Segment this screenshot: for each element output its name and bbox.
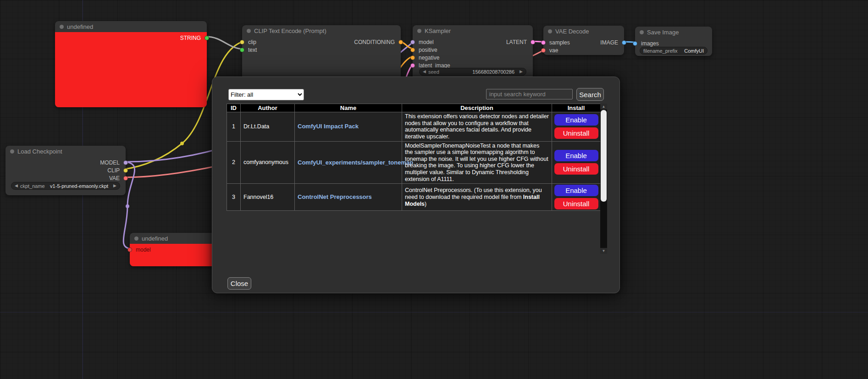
image-output-port[interactable] [622, 40, 626, 45]
clip-output-port[interactable] [123, 168, 128, 173]
scroll-down-icon[interactable]: ▼ [600, 248, 607, 254]
row-author: Dr.Lt.Data [241, 112, 295, 142]
string-output-port[interactable] [205, 36, 209, 40]
column-header-name: Name [295, 104, 402, 112]
input-text-label: text [248, 47, 257, 53]
model-output-port[interactable] [123, 160, 128, 165]
input-clip-label: clip [248, 39, 256, 45]
column-header-author: Author [241, 104, 295, 112]
column-header-install: Install [552, 104, 601, 112]
node-vae-decode-header[interactable]: VAE Decode [543, 26, 624, 37]
input-samples-label: samples [549, 39, 570, 46]
decrement-arrow-icon[interactable]: ◀ [423, 70, 426, 74]
close-button[interactable]: Close [227, 277, 251, 290]
images-input-port[interactable] [633, 41, 637, 46]
latent-image-input-port[interactable] [410, 63, 415, 68]
ckpt-name-label: ckpt_name [20, 183, 45, 189]
output-model-label: MODEL [100, 159, 120, 166]
input-negative-label: negative [419, 55, 439, 61]
output-conditioning-label: CONDITIONING [354, 39, 395, 45]
scrollbar-thumb[interactable] [601, 110, 607, 202]
collapse-dot-icon[interactable] [10, 149, 14, 154]
node-title: Save Image [647, 29, 679, 36]
model-input-port[interactable] [127, 247, 132, 252]
row-id: 1 [227, 112, 241, 142]
input-model-label: model [136, 247, 151, 253]
node-save-image-header[interactable]: Save Image [635, 27, 712, 38]
enable-button[interactable]: Enable [554, 185, 598, 196]
collapse-dot-icon[interactable] [247, 29, 251, 33]
node-title: KSampler [425, 27, 451, 34]
collapse-dot-icon[interactable] [640, 30, 644, 34]
increment-arrow-icon[interactable]: ▶ [520, 70, 523, 74]
column-header-description: Description [402, 104, 552, 112]
increment-arrow-icon[interactable]: ▶ [113, 184, 116, 188]
enable-button[interactable]: Enable [554, 114, 598, 126]
extensions-table: ID Author Name Description Install 1 Dr.… [227, 104, 601, 211]
install-custom-nodes-dialog: Filter: all Search ID Author Name Descri… [212, 77, 620, 293]
node-title: undefined [67, 23, 93, 30]
uninstall-button[interactable]: Uninstall [554, 127, 598, 139]
conditioning-output-port[interactable] [398, 40, 403, 44]
input-model-label: model [419, 39, 434, 45]
vae-output-port[interactable] [123, 176, 128, 181]
clip-link-midpoint-dot [180, 142, 184, 145]
node-load-checkpoint-header[interactable]: Load Checkpoint [6, 146, 126, 157]
search-button[interactable]: Search [576, 88, 604, 101]
node-title: Load Checkpoint [17, 148, 62, 155]
node-ksampler-header[interactable]: KSampler [413, 25, 533, 36]
table-header-row: ID Author Name Description Install [227, 104, 601, 112]
seed-widget[interactable]: ◀ seed 156680208700286 ▶ [419, 68, 526, 76]
negative-input-port[interactable] [410, 55, 415, 60]
row-id: 3 [227, 184, 241, 211]
uninstall-button[interactable]: Uninstall [554, 163, 598, 175]
table-row: 2 comfyanonymous ComfyUI_experiments/sam… [227, 141, 601, 184]
row-author: comfyanonymous [241, 141, 295, 184]
filename-prefix-label: filename_prefix [643, 48, 678, 54]
node-save-image[interactable]: Save Image images filename_prefix ComfyU… [635, 27, 712, 56]
extension-link[interactable]: ComfyUI_experiments/sampler_tonemap [298, 159, 413, 166]
enable-button[interactable]: Enable [554, 150, 598, 161]
text-input-port[interactable] [240, 48, 244, 52]
node-vae-decode[interactable]: VAE Decode samples IMAGE vae [543, 26, 624, 55]
decrement-arrow-icon[interactable]: ◀ [15, 184, 18, 188]
node-clip-text-encode-header[interactable]: CLIP Text Encode (Prompt) [242, 25, 401, 36]
clip-input-port[interactable] [240, 40, 244, 44]
node-load-checkpoint[interactable]: Load Checkpoint MODEL CLIP VAE ◀ ckpt_na… [6, 146, 126, 195]
row-description: ControlNet Preprocessors. (To use this e… [402, 184, 552, 211]
input-vae-label: vae [549, 47, 558, 54]
scroll-up-icon[interactable]: ▲ [600, 104, 607, 110]
node-title: CLIP Text Encode (Prompt) [254, 27, 326, 34]
table-scrollbar[interactable]: ▲ ▼ [600, 104, 607, 254]
seed-widget-value: 156680208700286 [472, 69, 514, 75]
table-row: 1 Dr.Lt.Data ComfyUI Impact Pack This ex… [227, 112, 601, 142]
collapse-dot-icon[interactable] [60, 25, 64, 29]
vae-input-port[interactable] [541, 48, 546, 53]
ckpt-name-widget[interactable]: ◀ ckpt_name v1-5-pruned-emaonly.ckpt ▶ [11, 182, 120, 190]
latent-output-port[interactable] [531, 40, 535, 44]
samples-input-port[interactable] [541, 40, 546, 45]
search-input[interactable] [486, 89, 573, 99]
ckpt-name-value: v1-5-pruned-emaonly.ckpt [50, 183, 108, 189]
positive-input-port[interactable] [410, 48, 415, 52]
column-header-id: ID [227, 104, 241, 112]
output-latent-label: LATENT [506, 39, 527, 45]
row-description: ModelSamplerTonemapNoiseTest a node that… [402, 141, 552, 184]
comfyui-canvas: undefined STRING CLIP Text Encode (Promp… [0, 0, 868, 379]
extension-link[interactable]: ComfyUI Impact Pack [298, 123, 359, 130]
row-id: 2 [227, 141, 241, 184]
row-author: Fannovel16 [241, 184, 295, 211]
filename-prefix-widget[interactable]: filename_prefix ComfyUI [640, 47, 708, 55]
collapse-dot-icon[interactable] [548, 29, 552, 33]
input-images-label: images [641, 40, 659, 47]
node-title: undefined [142, 235, 168, 242]
collapse-dot-icon[interactable] [134, 236, 138, 241]
node-undefined-top-header[interactable]: undefined [55, 21, 207, 32]
node-undefined-top[interactable]: undefined STRING [55, 21, 207, 107]
extension-link[interactable]: ControlNet Preprocessors [298, 193, 372, 200]
model-input-port[interactable] [410, 40, 415, 44]
collapse-dot-icon[interactable] [417, 29, 421, 33]
filter-select[interactable]: Filter: all [228, 89, 304, 100]
uninstall-button[interactable]: Uninstall [554, 198, 598, 209]
output-vae-label: VAE [109, 175, 120, 181]
